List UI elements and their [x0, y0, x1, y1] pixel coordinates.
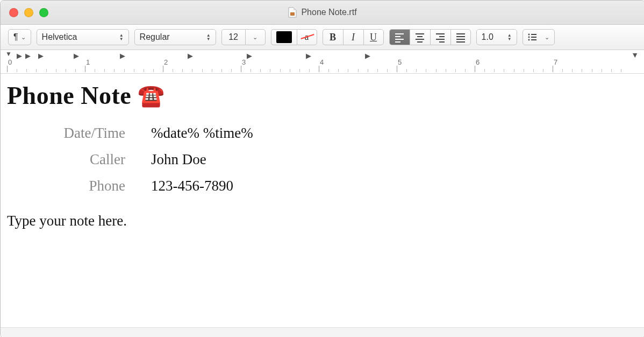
- tab-stop-marker[interactable]: ▶: [38, 52, 44, 60]
- font-size-dropdown[interactable]: ⌄: [245, 29, 266, 45]
- field-row: CallerJohn Doe: [23, 151, 638, 168]
- note-body-text: Type your note here.: [7, 213, 638, 229]
- close-window-button[interactable]: [9, 8, 18, 17]
- svg-point-5: [528, 39, 529, 41]
- ruler-label: 3: [242, 58, 246, 66]
- chevron-down-icon: ⌄: [545, 34, 549, 41]
- line-spacing-value: 1.0: [482, 32, 493, 42]
- font-family-label: Helvetica: [42, 32, 77, 42]
- document-title: Phone Note ☎️: [7, 81, 638, 110]
- document-title-text: Phone Note: [7, 82, 131, 109]
- field-row: Date/Time%date% %time%: [23, 125, 638, 142]
- list-icon: [528, 33, 536, 41]
- svg-rect-4: [531, 37, 536, 38]
- svg-point-3: [528, 37, 529, 38]
- text-color-button[interactable]: [271, 29, 297, 45]
- text-style-group: B I U: [323, 29, 384, 45]
- field-value: John Doe: [151, 151, 206, 168]
- field-list: Date/Time%date% %time%CallerJohn DoePhon…: [23, 125, 638, 194]
- ruler-label: 0: [8, 58, 12, 66]
- phone-icon: ☎️: [138, 83, 165, 108]
- stepper-icon: ▲▼: [507, 33, 512, 41]
- paragraph-style-dropdown[interactable]: ¶ ⌄: [8, 29, 31, 45]
- line-spacing-dropdown[interactable]: 1.0 ▲▼: [476, 29, 517, 45]
- field-row: Phone123-456-7890: [23, 178, 638, 194]
- svg-rect-2: [531, 34, 536, 35]
- ruler-label: 2: [164, 58, 168, 66]
- tab-stop-marker[interactable]: ▶: [306, 52, 311, 60]
- bold-button[interactable]: B: [323, 29, 343, 45]
- font-size-field[interactable]: 12: [221, 29, 245, 45]
- stepper-icon: ▲▼: [206, 33, 211, 41]
- tab-stop-marker[interactable]: ▶: [188, 52, 193, 60]
- ruler-label: 1: [86, 58, 90, 66]
- font-style-dropdown[interactable]: Regular ▲▼: [134, 29, 216, 45]
- italic-button[interactable]: I: [343, 29, 363, 45]
- align-center-icon: [416, 33, 424, 41]
- font-family-dropdown[interactable]: Helvetica ▲▼: [37, 29, 129, 45]
- document-area[interactable]: Phone Note ☎️ Date/Time%date% %time%Call…: [1, 74, 644, 327]
- tab-stop-marker[interactable]: ▶: [247, 52, 252, 60]
- tab-stop-marker[interactable]: ▶: [120, 52, 125, 60]
- titlebar: Phone Note.rtf: [1, 1, 644, 25]
- strikethrough-icon: a: [302, 32, 312, 43]
- font-size-value: 12: [228, 32, 238, 42]
- window-title-text: Phone Note.rtf: [301, 8, 356, 17]
- align-left-icon: [395, 33, 404, 41]
- color-group: a: [271, 29, 317, 45]
- field-label: Phone: [23, 178, 151, 194]
- field-label: Caller: [23, 151, 151, 168]
- align-center-button[interactable]: [410, 29, 430, 45]
- stepper-icon: ▲▼: [119, 33, 124, 41]
- underline-button[interactable]: U: [363, 29, 384, 45]
- align-justify-button[interactable]: [450, 29, 471, 45]
- svg-point-1: [528, 34, 529, 36]
- tab-stop-marker[interactable]: ▶: [74, 52, 79, 60]
- svg-rect-0: [290, 12, 295, 16]
- ruler-label: 6: [476, 58, 480, 66]
- font-size-group: 12 ⌄: [221, 29, 266, 45]
- ruler-label: 5: [398, 58, 402, 66]
- window-title: Phone Note.rtf: [1, 7, 644, 18]
- list-style-dropdown[interactable]: ⌄: [523, 29, 555, 45]
- ruler[interactable]: ▼ ▼ 01234567▶▶▶▶▶▶▶▶▶: [1, 50, 644, 74]
- zoom-window-button[interactable]: [39, 8, 48, 17]
- tab-stop-marker[interactable]: ▶: [17, 52, 22, 60]
- paragraph-symbol: ¶: [13, 32, 18, 42]
- tab-stop-marker[interactable]: ▶: [25, 52, 31, 60]
- chevron-down-icon: ⌄: [253, 34, 257, 41]
- tab-stop-marker[interactable]: ▶: [365, 52, 370, 60]
- field-value: %date% %time%: [151, 125, 253, 142]
- align-right-icon: [436, 33, 445, 41]
- document-icon: [288, 7, 297, 18]
- align-left-button[interactable]: [389, 29, 410, 45]
- right-margin-marker[interactable]: ▼: [631, 51, 639, 59]
- ruler-label: 7: [554, 58, 557, 66]
- status-bar: [1, 327, 644, 337]
- chevron-down-icon: ⌄: [21, 34, 26, 41]
- field-label: Date/Time: [23, 125, 151, 142]
- color-swatch: [276, 31, 292, 43]
- toolbar: ¶ ⌄ Helvetica ▲▼ Regular ▲▼ 12 ⌄ a: [1, 25, 644, 50]
- align-justify-icon: [456, 33, 465, 41]
- strikethrough-button[interactable]: a: [297, 29, 317, 45]
- svg-rect-6: [531, 39, 536, 40]
- window-controls: [1, 8, 48, 17]
- ruler-label: 4: [320, 58, 324, 66]
- align-right-button[interactable]: [430, 29, 450, 45]
- minimize-window-button[interactable]: [24, 8, 33, 17]
- alignment-group: [389, 29, 471, 45]
- font-style-label: Regular: [140, 32, 170, 42]
- window: Phone Note.rtf ¶ ⌄ Helvetica ▲▼ Regular …: [0, 0, 644, 337]
- first-line-indent-marker[interactable]: ▼: [5, 50, 12, 58]
- field-value: 123-456-7890: [151, 178, 233, 194]
